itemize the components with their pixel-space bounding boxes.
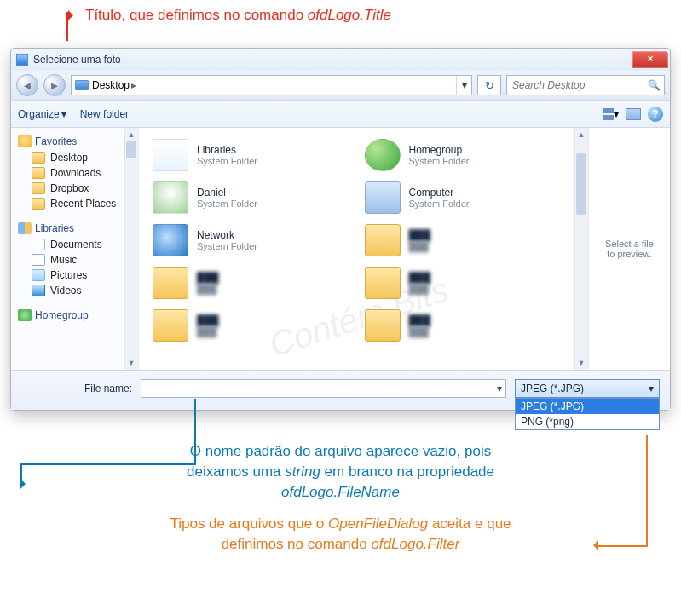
refresh-button[interactable]: ↻	[477, 75, 501, 95]
sidebar-item-downloads[interactable]: Downloads	[13, 165, 136, 181]
sidebar-item-pictures[interactable]: Pictures	[13, 268, 136, 283]
computer-icon	[365, 181, 401, 214]
folder-icon	[153, 267, 188, 299]
sidebar-item-music[interactable]: Music	[13, 252, 136, 268]
folder-icon	[32, 182, 45, 194]
sidebar-item-recent[interactable]: Recent Places	[13, 196, 136, 211]
address-dropdown-button[interactable]: ▾	[456, 76, 471, 95]
scroll-up-icon[interactable]: ▲	[124, 128, 138, 141]
file-item[interactable]: NetworkSystem Folder	[153, 222, 355, 259]
annot-arrow	[20, 479, 31, 489]
help-button[interactable]: ?	[648, 107, 663, 122]
scroll-thumb[interactable]	[576, 153, 586, 215]
toolbar: Organize ▾ New folder ▾ ?	[11, 101, 670, 128]
pictures-icon	[32, 269, 45, 281]
sidebar-item-label: Pictures	[50, 269, 87, 281]
file-item[interactable]: ██████	[365, 264, 567, 302]
network-icon	[153, 224, 188, 256]
homegroup-icon	[365, 139, 401, 171]
sidebar-label: Homegroup	[35, 309, 89, 321]
sidebar-item-videos[interactable]: Videos	[13, 283, 136, 298]
scroll-down-icon[interactable]: ▼	[574, 356, 588, 370]
desktop-icon	[75, 80, 89, 90]
sidebar-item-label: Documents	[50, 239, 102, 250]
folder-icon	[32, 198, 45, 210]
chevron-down-icon: ▾	[61, 108, 66, 120]
folder-icon	[32, 152, 45, 164]
file-item[interactable]: ██████	[365, 222, 567, 259]
scroll-down-icon[interactable]: ▼	[124, 356, 138, 370]
file-item[interactable]: LibrariesSystem Folder	[153, 136, 355, 174]
user-icon	[153, 181, 188, 214]
annot-stem-title	[66, 12, 68, 41]
filter-option[interactable]: PNG (*png)	[516, 414, 659, 429]
scroll-up-icon[interactable]: ▲	[574, 128, 588, 141]
back-icon: ◄	[22, 79, 33, 92]
sidebar: Favorites Desktop Downloads Dropbox Rece…	[11, 128, 139, 370]
address-bar[interactable]: Desktop ▸ ▾	[71, 75, 472, 95]
files-scrollbar[interactable]: ▲ ▼	[574, 128, 588, 370]
file-item[interactable]: ComputerSystem Folder	[365, 179, 567, 216]
annot-connector	[597, 545, 648, 547]
filter-dropdown: JPEG (*.JPG) PNG (*png)	[515, 398, 660, 430]
sidebar-group-favorites[interactable]: Favorites	[13, 133, 136, 150]
annot-title-text: Título, que definimos no comando ofdLogo…	[0, 0, 681, 24]
annot-connector	[646, 435, 648, 545]
search-input[interactable]	[511, 78, 644, 92]
sidebar-item-label: Downloads	[50, 167, 101, 179]
openfiledialog-window: Selecione uma foto × ◄ ► Desktop ▸ ▾ ↻ 🔍…	[10, 48, 671, 411]
preview-pane-button[interactable]	[626, 108, 641, 120]
sidebar-item-dropbox[interactable]: Dropbox	[13, 181, 136, 196]
chevron-right-icon[interactable]: ▸	[130, 79, 138, 91]
videos-icon	[32, 285, 45, 296]
breadcrumb[interactable]: Desktop ▸	[72, 76, 141, 95]
preview-text: to preview.	[605, 249, 654, 259]
sidebar-label: Libraries	[35, 222, 74, 234]
filter-combobox[interactable]: JPEG (*.JPG) ▾ JPEG (*.JPG) PNG (*png)	[515, 379, 660, 398]
dialog-body: Favorites Desktop Downloads Dropbox Rece…	[11, 128, 670, 371]
search-box[interactable]: 🔍	[506, 75, 665, 95]
sidebar-item-label: Videos	[50, 285, 81, 296]
titlebar: Selecione uma foto ×	[11, 49, 670, 71]
folder-icon	[365, 267, 401, 299]
annot-connector	[20, 463, 196, 465]
file-item[interactable]: HomegroupSystem Folder	[365, 136, 567, 174]
folder-icon	[365, 224, 401, 256]
libraries-icon	[153, 139, 188, 171]
file-item[interactable]: ██████	[153, 264, 355, 302]
sidebar-group-libraries[interactable]: Libraries	[13, 220, 136, 237]
libraries-icon	[18, 222, 32, 234]
forward-button[interactable]: ►	[43, 74, 66, 96]
filename-label: File name:	[21, 383, 132, 394]
organize-label: Organize	[18, 108, 60, 120]
organize-button[interactable]: Organize ▾	[18, 108, 66, 120]
view-mode-button[interactable]: ▾	[603, 107, 619, 121]
sidebar-item-documents[interactable]: Documents	[13, 237, 136, 252]
annot-arrow	[588, 540, 598, 550]
homegroup-icon	[18, 309, 32, 321]
file-item[interactable]: DanielSystem Folder	[153, 179, 355, 216]
breadcrumb-label: Desktop	[92, 79, 130, 91]
filename-input[interactable]: ▾	[141, 379, 506, 398]
annot-filter-text: Tipos de arquivos que o OpenFileDialog a…	[0, 502, 681, 555]
back-button[interactable]: ◄	[16, 74, 38, 96]
sidebar-item-label: Dropbox	[50, 182, 89, 194]
filter-option[interactable]: JPEG (*.JPG)	[516, 399, 659, 414]
file-item[interactable]: ██████	[365, 307, 567, 344]
new-folder-button[interactable]: New folder	[80, 108, 129, 120]
file-item[interactable]: ██████	[153, 307, 355, 344]
navbar: ◄ ► Desktop ▸ ▾ ↻ 🔍	[11, 71, 670, 101]
sidebar-label: Favorites	[35, 135, 77, 147]
close-button[interactable]: ×	[632, 51, 668, 68]
sidebar-group-homegroup[interactable]: Homegroup	[13, 307, 136, 324]
preview-pane: Select a file to preview.	[588, 128, 670, 370]
filter-selected: JPEG (*.JPG)	[521, 383, 584, 394]
sidebar-scrollbar[interactable]: ▲ ▼	[124, 128, 138, 370]
sidebar-item-desktop[interactable]: Desktop	[13, 150, 136, 165]
folder-icon	[153, 309, 188, 342]
scroll-thumb[interactable]	[126, 141, 136, 158]
search-icon: 🔍	[648, 79, 661, 91]
sidebar-item-label: Music	[50, 254, 77, 266]
chevron-down-icon[interactable]: ▾	[497, 383, 502, 394]
grid-icon	[603, 107, 613, 121]
